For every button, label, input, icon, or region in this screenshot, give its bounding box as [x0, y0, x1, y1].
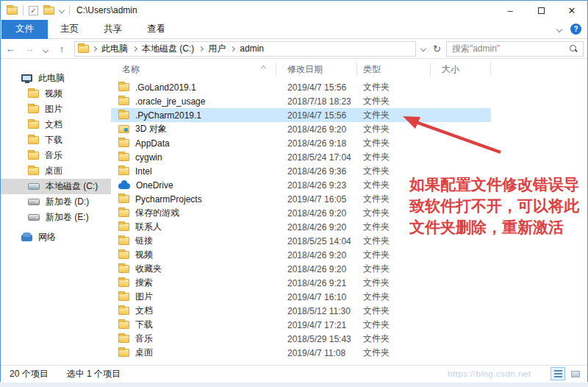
file-list: 名称 修改日期 类型 大小 .GoLand2019.12019/4/7 15:5…	[111, 59, 587, 365]
folder-icon	[28, 90, 39, 98]
new-folder-icon[interactable]	[43, 7, 54, 15]
expand-ribbon-icon[interactable]	[556, 26, 562, 32]
table-row[interactable]: 音乐2018/5/29 15:43文件夹	[111, 332, 491, 346]
maximize-button[interactable]	[526, 1, 556, 20]
table-row[interactable]: Intel2018/4/26 9:36文件夹	[111, 164, 491, 178]
table-row[interactable]: 保存的游戏2018/4/26 9:20文件夹	[111, 206, 491, 220]
file-date-modified: 2019/4/7 11:08	[276, 348, 357, 358]
file-type: 文件夹	[357, 151, 431, 163]
tab-share[interactable]: 共享	[91, 21, 135, 38]
table-row[interactable]: .PyCharm2019.12019/4/7 15:56文件夹	[111, 108, 491, 122]
file-date-modified: 2019/4/7 16:05	[276, 194, 357, 205]
sidebar-item[interactable]: 下载	[1, 132, 111, 148]
file-name: PycharmProjects	[135, 194, 202, 205]
table-row[interactable]: 图片2019/4/7 16:10文件夹	[111, 290, 491, 304]
cloud-icon	[118, 183, 130, 189]
sidebar-item[interactable]: 新加卷 (E:)	[1, 210, 111, 225]
file-type: 文件夹	[357, 291, 431, 303]
table-row[interactable]: 下载2019/4/7 17:21文件夹	[111, 318, 491, 332]
table-row[interactable]: 链接2018/5/25 14:04文件夹	[111, 234, 491, 248]
table-row[interactable]: 联系人2018/4/26 9:20文件夹	[111, 220, 491, 234]
file-date-modified: 2018/4/26 9:20	[276, 264, 357, 274]
sidebar-item[interactable]: 新加卷 (D:)	[1, 194, 111, 210]
sidebar-item[interactable]: 桌面	[1, 163, 111, 179]
tab-view[interactable]: 查看	[135, 21, 178, 38]
breadcrumb-users[interactable]: 用户	[208, 43, 226, 55]
file-date-modified: 2018/5/29 15:43	[276, 334, 357, 344]
forward-button[interactable]: →	[20, 43, 39, 54]
sidebar-item[interactable]: 此电脑	[1, 71, 111, 86]
table-row[interactable]: 文档2018/5/12 11:30文件夹	[111, 304, 491, 318]
folder-icon	[118, 223, 129, 231]
divider	[69, 5, 70, 15]
back-button[interactable]: ←	[1, 43, 20, 54]
folder-icon	[28, 167, 39, 175]
search-input[interactable]: 搜索"admin"	[446, 41, 584, 57]
folder-icon	[118, 195, 129, 203]
tab-file[interactable]: 文件	[1, 20, 48, 39]
search-icon[interactable]	[569, 44, 578, 53]
drive-c-icon	[28, 183, 40, 190]
file-type: 文件夹	[357, 179, 431, 191]
sidebar-item-label: 新加卷 (D:)	[46, 196, 89, 208]
table-row[interactable]: .GoLand2019.12019/4/7 15:56文件夹	[111, 80, 491, 94]
table-row[interactable]: cygwin2018/5/24 17:04文件夹	[111, 150, 491, 164]
file-date-modified: 2019/4/7 15:56	[276, 82, 357, 93]
table-row[interactable]: 3D 对象2018/4/26 9:20文件夹	[111, 122, 491, 136]
address-box[interactable]: 此电脑 本地磁盘 (C:) 用户 admin	[74, 41, 416, 57]
file-type: 文件夹	[357, 347, 431, 359]
refresh-icon[interactable]: ↻	[433, 43, 441, 54]
breadcrumb-this-pc[interactable]: 此电脑	[101, 43, 128, 55]
details-view-button[interactable]	[551, 367, 565, 380]
table-row[interactable]: PycharmProjects2019/4/7 16:05文件夹	[111, 192, 491, 206]
column-header-date-modified[interactable]: 修改日期	[276, 63, 357, 77]
file-type: 文件夹	[357, 207, 431, 219]
file-type: 文件夹	[357, 277, 431, 289]
table-row[interactable]: 桌面2019/4/7 11:08文件夹	[111, 346, 491, 360]
file-name: AppData	[135, 138, 170, 149]
folder-icon	[28, 121, 39, 129]
table-row[interactable]: 搜索2018/4/26 9:21文件夹	[111, 276, 491, 290]
file-name: OneDrive	[136, 180, 173, 191]
file-date-modified: 2018/4/26 9:18	[276, 138, 357, 149]
file-date-modified: 2018/5/12 11:30	[276, 306, 357, 316]
thumbnail-view-icon	[571, 371, 580, 377]
recent-locations-icon[interactable]	[39, 43, 52, 54]
help-icon[interactable]: ?	[570, 24, 581, 35]
table-row[interactable]: OneDrive2018/4/26 9:23文件夹	[111, 178, 491, 192]
file-type: 文件夹	[357, 333, 431, 345]
customize-toolbar-icon[interactable]	[59, 7, 65, 13]
column-header-size[interactable]: 大小	[431, 63, 491, 77]
table-row[interactable]: 收藏夹2018/4/26 9:20文件夹	[111, 262, 491, 276]
quick-access-toolbar: ✓ C:\Users\admin	[1, 1, 137, 20]
folder-icon	[118, 265, 129, 273]
file-date-modified: 2018/7/18 18:23	[276, 96, 357, 107]
sidebar-item[interactable]: 音乐	[1, 148, 111, 163]
table-row[interactable]: 视频2018/4/26 9:20文件夹	[111, 248, 491, 262]
properties-icon[interactable]: ✓	[29, 6, 38, 15]
sidebar-item[interactable]: 网络	[1, 230, 111, 245]
column-header-type[interactable]: 类型	[357, 63, 431, 77]
tab-home[interactable]: 主页	[48, 21, 91, 38]
sidebar-item-label: 桌面	[45, 165, 62, 177]
address-dropdown-icon[interactable]	[420, 46, 426, 52]
minimize-button[interactable]: –	[495, 1, 526, 20]
column-header-name[interactable]: 名称	[111, 63, 276, 77]
table-row[interactable]: AppData2018/4/26 9:18文件夹	[111, 136, 491, 150]
folder-icon	[118, 279, 129, 287]
folder-icon	[118, 139, 129, 147]
sidebar-item[interactable]: 视频	[1, 86, 111, 102]
breadcrumb-admin[interactable]: admin	[240, 43, 264, 54]
sidebar-item[interactable]: 文档	[1, 117, 111, 132]
sort-ascending-icon[interactable]	[262, 60, 265, 73]
file-date-modified: 2018/5/25 14:04	[276, 236, 357, 246]
folder-icon	[118, 237, 129, 245]
table-row[interactable]: .oracle_jre_usage2018/7/18 18:23文件夹	[111, 94, 491, 108]
breadcrumb-local-disk-c[interactable]: 本地磁盘 (C:)	[142, 43, 194, 55]
close-button[interactable]: ✕	[556, 1, 587, 20]
file-name: 音乐	[135, 333, 153, 345]
sidebar-item[interactable]: 图片	[1, 102, 111, 117]
sidebar-item[interactable]: 本地磁盘 (C:)	[1, 179, 111, 194]
up-button[interactable]: ↑	[52, 43, 71, 54]
thumbnail-view-button[interactable]	[568, 367, 583, 380]
